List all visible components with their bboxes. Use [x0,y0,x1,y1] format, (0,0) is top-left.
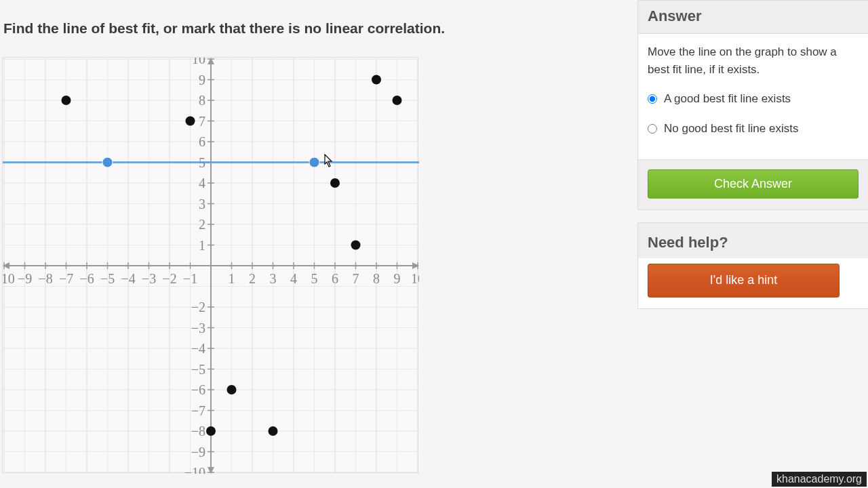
svg-text:−5: −5 [191,362,205,377]
coordinate-graph[interactable]: −10−9−8−7−6−5−4−3−2−112345678910−10−9−8−… [2,57,418,473]
svg-text:10: 10 [192,58,205,66]
svg-text:9: 9 [199,73,205,87]
svg-text:6: 6 [199,134,205,149]
svg-text:8: 8 [199,93,205,108]
svg-text:−2: −2 [191,300,205,314]
svg-text:10: 10 [411,271,419,286]
svg-text:3: 3 [270,271,277,286]
svg-text:4: 4 [199,176,205,190]
svg-text:−6: −6 [79,271,94,286]
svg-text:5: 5 [199,155,205,170]
answer-instruction: Move the line on the graph to show a bes… [648,43,859,79]
data-point [206,426,216,436]
data-point [351,241,361,250]
data-point [186,117,195,126]
svg-text:2: 2 [249,271,256,286]
data-point [393,96,402,105]
svg-text:9: 9 [394,271,401,286]
svg-text:−10: −10 [3,271,15,286]
data-point [372,75,381,85]
svg-text:−9: −9 [191,445,205,460]
svg-text:−1: −1 [183,271,197,286]
svg-text:−10: −10 [184,465,205,474]
svg-text:5: 5 [311,271,318,286]
svg-text:−8: −8 [38,271,52,286]
svg-text:1: 1 [199,238,205,253]
svg-text:−3: −3 [191,321,205,336]
data-point [330,178,340,188]
svg-text:7: 7 [353,271,359,286]
help-panel: Need help? I'd like a hint [637,222,868,309]
svg-text:−4: −4 [121,271,135,286]
fit-line-handle[interactable] [309,157,319,167]
fit-line-handle[interactable] [102,157,113,167]
svg-text:4: 4 [290,271,297,286]
watermark: khanacademy.org [772,472,867,487]
data-point [62,96,71,105]
svg-text:−2: −2 [162,271,176,286]
svg-text:8: 8 [373,271,380,286]
svg-text:3: 3 [199,197,205,211]
svg-text:6: 6 [332,271,338,286]
question-text: Find the line of best fit, or mark that … [3,20,445,37]
svg-text:−4: −4 [191,341,205,356]
svg-text:2: 2 [199,217,205,232]
answer-title: Answer [638,1,868,34]
data-point [227,385,237,394]
svg-text:−7: −7 [191,403,205,418]
svg-text:−3: −3 [142,271,156,286]
svg-text:−6: −6 [191,382,205,397]
radio-good-fit-label: A good best fit line exists [664,90,791,108]
svg-text:−9: −9 [18,271,32,286]
answer-panel: Answer Move the line on the graph to sho… [637,0,868,210]
radio-good-fit[interactable] [648,94,657,104]
svg-text:−8: −8 [191,424,205,439]
data-point [269,426,278,436]
svg-text:7: 7 [199,114,205,129]
svg-text:−5: −5 [100,271,115,286]
help-title: Need help? [638,223,868,258]
check-answer-button[interactable]: Check Answer [648,169,859,199]
svg-text:−7: −7 [59,271,73,286]
radio-no-fit-label: No good best fit line exists [664,120,798,138]
svg-text:1: 1 [229,271,235,286]
radio-no-fit[interactable] [648,124,657,134]
hint-button[interactable]: I'd like a hint [648,264,840,298]
